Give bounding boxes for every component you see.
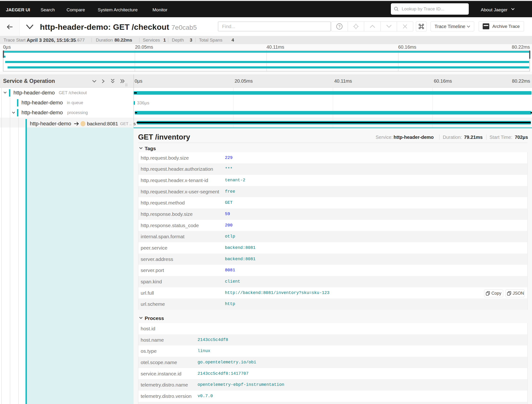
- svg-text:?: ?: [338, 25, 341, 29]
